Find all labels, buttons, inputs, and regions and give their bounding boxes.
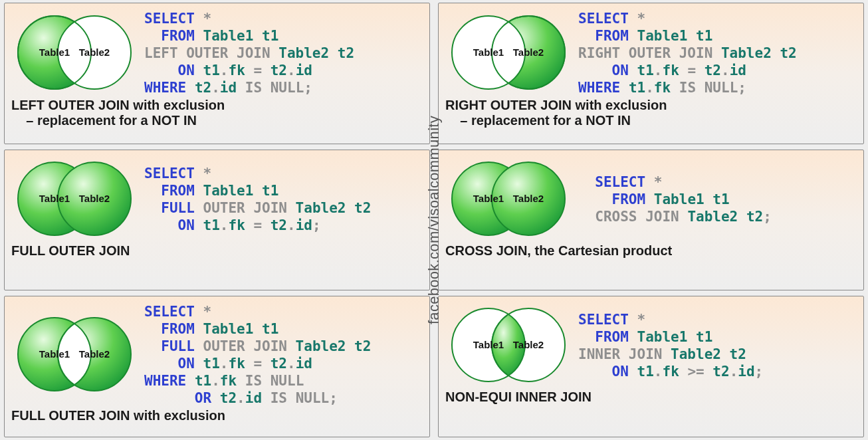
svg-text:Table2: Table2 <box>79 193 110 204</box>
venn-cross-icon: Table1 Table2 <box>445 156 572 242</box>
sql-code-full-excl: SELECT * FROM Table1 t1 FULL OUTER JOIN … <box>138 302 423 407</box>
sql-code-non-equi: SELECT * FROM Table1 t1 INNER JOIN Table… <box>572 310 857 380</box>
card-title-non-equi: NON-EQUI INNER JOIN <box>445 389 857 405</box>
svg-text:Table1: Table1 <box>473 193 504 204</box>
svg-text:Table1: Table1 <box>473 339 504 350</box>
left-column: Table1 Table2 SELECT * FROM Table1 t1 LE… <box>0 0 434 440</box>
sql-code-right-excl: SELECT * FROM Table1 t1 RIGHT OUTER JOIN… <box>572 9 857 96</box>
card-left-outer-excl: Table1 Table2 SELECT * FROM Table1 t1 LE… <box>4 3 430 144</box>
card-title-full-excl: FULL OUTER JOIN with exclusion <box>11 408 423 423</box>
svg-text:Table1: Table1 <box>39 47 70 58</box>
sql-code-cross: SELECT * FROM Table1 t1 CROSS JOIN Table… <box>572 172 857 225</box>
sql-code-left-excl: SELECT * FROM Table1 t1 LEFT OUTER JOIN … <box>138 9 423 96</box>
venn-non-equi-icon: Table1 Table2 <box>445 302 572 388</box>
card-cross-join: Table1 Table2 SELECT * FROM Table1 t1 CR… <box>438 150 864 291</box>
card-title-cross: CROSS JOIN, the Cartesian product <box>445 243 857 259</box>
svg-text:Table1: Table1 <box>39 193 70 204</box>
card-title-full: FULL OUTER JOIN <box>11 243 423 259</box>
svg-text:Table2: Table2 <box>79 47 110 58</box>
right-column: Table1 Table2 SELECT * FROM Table1 t1 RI… <box>434 0 868 440</box>
card-right-outer-excl: Table1 Table2 SELECT * FROM Table1 t1 RI… <box>438 3 864 144</box>
venn-full-excl-icon: Table1 Table2 <box>11 311 138 397</box>
venn-right-excl-icon: Table1 Table2 <box>445 9 572 96</box>
card-title-right-excl: RIGHT OUTER JOIN with exclusion – replac… <box>445 98 857 128</box>
card-full-outer: Table1 Table2 SELECT * FROM Table1 t1 FU… <box>4 150 430 291</box>
svg-text:Table2: Table2 <box>79 348 110 360</box>
page-root: Table1 Table2 SELECT * FROM Table1 t1 LE… <box>0 0 868 440</box>
svg-text:Table1: Table1 <box>39 348 70 360</box>
svg-text:Table1: Table1 <box>473 47 504 58</box>
svg-text:Table2: Table2 <box>513 47 544 58</box>
card-title-left-excl: LEFT OUTER JOIN with exclusion – replace… <box>11 98 423 128</box>
svg-text:Table2: Table2 <box>513 193 544 204</box>
venn-left-excl-icon: Table1 Table2 <box>11 9 138 96</box>
card-full-outer-excl: Table1 Table2 SELECT * FROM Table1 t1 FU… <box>4 296 430 437</box>
svg-text:Table2: Table2 <box>513 339 544 350</box>
card-non-equi-inner: Table1 Table2 SELECT * FROM Table1 t1 IN… <box>438 296 864 437</box>
sql-code-full: SELECT * FROM Table1 t1 FULL OUTER JOIN … <box>138 164 423 234</box>
venn-full-icon: Table1 Table2 <box>11 156 138 242</box>
